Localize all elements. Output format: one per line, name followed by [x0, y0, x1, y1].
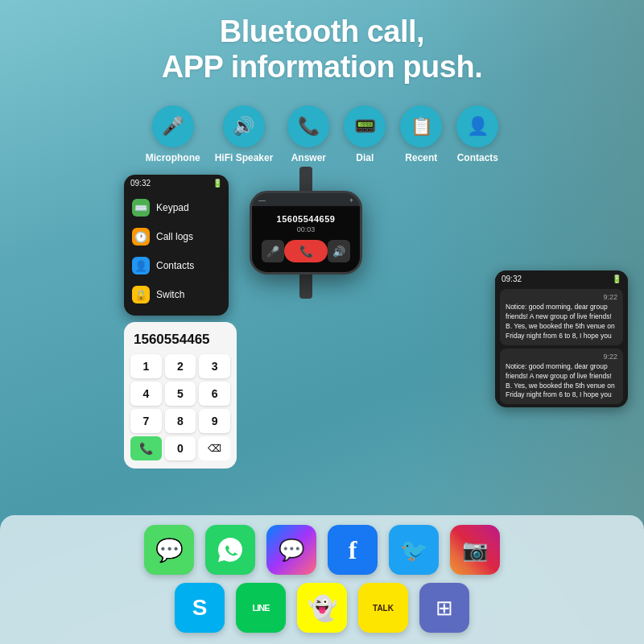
dial-backspace-button[interactable]: ⌫ — [199, 436, 230, 460]
watch-call-number: 15605544659 — [257, 211, 355, 225]
watch-top-bar: — + — [252, 193, 360, 206]
contacts-menu-label: Contacts — [156, 260, 194, 271]
contacts-menu-icon: 👤 — [132, 257, 150, 275]
dial-key-7[interactable]: 7 — [130, 409, 162, 433]
menu-items: ⌨️ Keypad 🕐 Call logs 👤 Contacts 🔒 Switc… — [124, 190, 229, 316]
menu-status-bar: 09:32 🔋 — [124, 175, 229, 190]
dial-key-5[interactable]: 5 — [165, 382, 196, 406]
apps-row-1: 💬 💬 f 🐦 📷 — [16, 525, 628, 575]
title-line2: APP information push. — [162, 50, 482, 84]
dial-panel: 1560554465 1 2 3 4 5 6 7 8 9 📞 0 ⌫ — [124, 322, 237, 469]
switch-icon: 🔒 — [132, 286, 150, 303]
watch-body: — + 15605544659 00:03 🎤 📞 🔊 — [250, 191, 362, 275]
menu-item-switch[interactable]: 🔒 Switch — [124, 280, 229, 309]
battery-icon: 🔋 — [213, 179, 222, 188]
notif-text-2: Notice: good morning, dear group friends… — [506, 362, 617, 401]
dial-key-2[interactable]: 2 — [165, 354, 196, 378]
feature-dial: 📟 Dial — [344, 105, 386, 163]
switch-label: Switch — [156, 289, 184, 300]
dial-key-4[interactable]: 4 — [130, 382, 162, 406]
contacts-label: Contacts — [457, 152, 498, 163]
dial-label: Dial — [356, 152, 374, 163]
app-whatsapp[interactable] — [205, 525, 255, 575]
menu-time: 09:32 — [130, 179, 151, 188]
left-panels: 09:32 🔋 ⌨️ Keypad 🕐 Call logs 👤 Contacts — [124, 175, 237, 469]
dial-key-3[interactable]: 3 — [199, 354, 230, 378]
watch-screen: 15605544659 00:03 🎤 📞 🔊 — [252, 206, 360, 272]
watch-band-bottom — [299, 275, 312, 299]
watch-speaker-button[interactable]: 🔊 — [328, 240, 350, 262]
feature-answer: 📞 Answer — [287, 105, 329, 163]
app-kakaotalk[interactable]: TALK — [358, 583, 408, 633]
feature-microphone: 🎤 Microphone — [146, 105, 200, 163]
recent-icon: 📋 — [400, 105, 442, 147]
app-line[interactable]: LINE — [236, 583, 286, 633]
answer-label: Answer — [291, 152, 326, 163]
app-messenger[interactable]: 💬 — [266, 525, 316, 575]
app-snapchat[interactable]: 👻 — [297, 583, 347, 633]
middle-section: 09:32 🔋 ⌨️ Keypad 🕐 Call logs 👤 Contacts — [0, 171, 644, 472]
dial-bottom-row: 📞 0 ⌫ — [130, 436, 230, 460]
hifi-speaker-label: HiFi Speaker — [215, 152, 274, 163]
app-facebook[interactable]: f — [328, 525, 378, 575]
keypad-label: Keypad — [156, 202, 189, 213]
dial-key-9[interactable]: 9 — [199, 409, 230, 433]
watch-end-call-button[interactable]: 📞 — [284, 240, 328, 262]
app-skype[interactable]: S — [175, 583, 225, 633]
feature-recent: 📋 Recent — [400, 105, 442, 163]
feature-hifi-speaker: 🔊 HiFi Speaker — [215, 105, 274, 163]
notif-battery: 🔋 — [612, 275, 621, 283]
watch-minus: — — [258, 196, 266, 204]
notif-status-bar: 09:32 🔋 — [495, 270, 628, 286]
watch-band-top — [299, 167, 312, 191]
watch-mute-button[interactable]: 🎤 — [262, 240, 284, 262]
answer-icon: 📞 — [287, 105, 329, 147]
microphone-label: Microphone — [146, 152, 200, 163]
notif-time: 09:32 — [502, 275, 522, 283]
contacts-icon: 👤 — [456, 105, 498, 147]
bottom-section: 💬 💬 f 🐦 📷 S LINE — [0, 515, 644, 644]
watch-plus: + — [349, 196, 353, 204]
features-row: 🎤 Microphone 🔊 HiFi Speaker 📞 Answer 📟 D… — [0, 97, 644, 171]
microphone-icon: 🎤 — [152, 105, 194, 147]
notif-time-2: 9:22 — [506, 353, 617, 361]
notif-item-1: 9:22 Notice: good morning, dear group fr… — [500, 289, 623, 345]
header-title: Bluetooth call, APP information push. — [0, 0, 644, 94]
apps-row-2: S LINE 👻 TALK ⊞ — [16, 583, 628, 633]
notif-time-1: 9:22 — [506, 293, 617, 301]
call-logs-label: Call logs — [156, 231, 193, 242]
notif-text-1: Notice: good morning, dear group friends… — [506, 303, 617, 341]
keypad-icon: ⌨️ — [132, 199, 150, 217]
recent-label: Recent — [405, 152, 437, 163]
app-twitter[interactable]: 🐦 — [389, 525, 439, 575]
call-logs-icon: 🕐 — [132, 228, 150, 246]
watch-call-duration: 00:03 — [257, 225, 355, 237]
hifi-speaker-icon: 🔊 — [223, 105, 265, 147]
notification-panel: 09:32 🔋 9:22 Notice: good morning, dear … — [495, 270, 628, 407]
dial-call-button[interactable]: 📞 — [130, 436, 162, 460]
menu-item-call-logs[interactable]: 🕐 Call logs — [124, 222, 229, 251]
page-content: Bluetooth call, APP information push. 🎤 … — [0, 0, 644, 644]
app-grid[interactable]: ⊞ — [419, 583, 469, 633]
watch-call-buttons: 🎤 📞 🔊 — [257, 237, 355, 267]
title-line1: Bluetooth call, — [220, 14, 424, 48]
dial-key-8[interactable]: 8 — [165, 409, 196, 433]
smartwatch-container: — + 15605544659 00:03 🎤 📞 🔊 — [250, 167, 362, 299]
dial-grid: 1 2 3 4 5 6 7 8 9 — [130, 354, 230, 433]
dial-icon: 📟 — [344, 105, 386, 147]
app-instagram[interactable]: 📷 — [450, 525, 500, 575]
dial-key-1[interactable]: 1 — [130, 354, 162, 378]
menu-item-contacts[interactable]: 👤 Contacts — [124, 251, 229, 280]
dial-number-display: 1560554465 — [130, 330, 230, 354]
app-messages[interactable]: 💬 — [144, 525, 194, 575]
menu-item-keypad[interactable]: ⌨️ Keypad — [124, 193, 229, 222]
dial-key-0[interactable]: 0 — [165, 436, 196, 460]
dial-key-6[interactable]: 6 — [199, 382, 230, 406]
notif-item-2: 9:22 Notice: good morning, dear group fr… — [500, 349, 623, 405]
feature-contacts: 👤 Contacts — [456, 105, 498, 163]
menu-panel: 09:32 🔋 ⌨️ Keypad 🕐 Call logs 👤 Contacts — [124, 175, 229, 316]
